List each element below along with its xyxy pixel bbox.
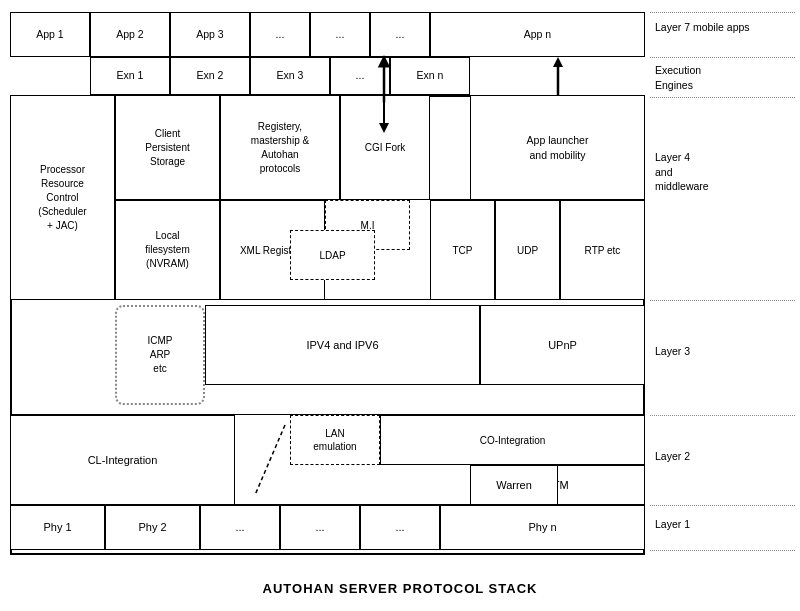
udp-label: UDP <box>517 244 538 257</box>
exn2-label: Exn 2 <box>197 69 224 83</box>
app2-label: App 2 <box>116 28 143 42</box>
exn-label-text: Execution Engines <box>655 64 701 91</box>
app-dots2-box: ... <box>310 12 370 57</box>
lan-emulation-label: LAN emulation <box>313 427 356 453</box>
diagram-title: AUTOHAN SERVER PROTOCOL STACK <box>263 581 538 596</box>
title-text: AUTOHAN SERVER PROTOCOL STACK <box>263 581 538 596</box>
layer7-label: Layer 7 mobile apps <box>655 20 795 35</box>
local-fs-label: Local filesystem (NVRAM) <box>145 229 189 271</box>
app-dots1-box: ... <box>250 12 310 57</box>
exn-label: Execution Engines <box>655 63 795 92</box>
layer1-label: Layer 1 <box>655 518 795 530</box>
icmp-label: ICMP ARP etc <box>148 334 173 376</box>
diagonal-line <box>245 415 295 509</box>
rtp-label: RTP etc <box>585 244 621 257</box>
lan-emulation-box: LAN emulation <box>290 415 380 465</box>
phyn-box: Phy n <box>440 505 645 550</box>
layer1-label-text: Layer 1 <box>655 518 690 530</box>
appn-box: App n <box>430 12 645 57</box>
ipv4v6-box: IPV4 and IPV6 <box>205 305 480 385</box>
client-storage-label: Client Persistent Storage <box>145 127 189 169</box>
upnp-box: UPnP <box>480 305 645 385</box>
cl-integration-label: CL-Integration <box>88 453 158 467</box>
phy1-box: Phy 1 <box>10 505 105 550</box>
phy-dots3-label: ... <box>395 520 404 534</box>
layer3-dotted-top <box>650 300 795 301</box>
processor-box: Processor Resource Control (Scheduler + … <box>10 95 115 300</box>
svg-marker-3 <box>379 123 389 133</box>
app-launcher-label: App launcher and mobility <box>527 133 589 162</box>
layer2-label-text: Layer 2 <box>655 450 690 462</box>
upnp-label: UPnP <box>548 338 577 352</box>
svg-line-6 <box>255 425 285 495</box>
layer3-label-text: Layer 3 <box>655 345 690 357</box>
rtp-box: RTP etc <box>560 200 645 300</box>
app-launcher-box: App launcher and mobility <box>470 95 645 200</box>
warren-box: Warren <box>470 465 558 505</box>
app-dots1-label: ... <box>276 28 285 42</box>
layer4-label-text: Layer 4 and middleware <box>655 151 709 192</box>
layer1-dotted-bottom <box>650 550 795 551</box>
exn-dots-label: ... <box>356 69 365 83</box>
client-storage-box: Client Persistent Storage <box>115 95 220 200</box>
layer3-label: Layer 3 <box>655 345 795 357</box>
registry-box: Registery, mastership & Autohan protocol… <box>220 95 340 200</box>
tcp-box: TCP <box>430 200 495 300</box>
exn3-label: Exn 3 <box>277 69 304 83</box>
phy-dots1-label: ... <box>235 520 244 534</box>
app1-label: App 1 <box>36 28 63 42</box>
phy2-box: Phy 2 <box>105 505 200 550</box>
layer7-label-text: Layer 7 mobile apps <box>655 21 750 33</box>
ipv4v6-label: IPV4 and IPV6 <box>306 338 378 352</box>
exn-dotted-top <box>650 57 795 58</box>
app-dots3-label: ... <box>396 28 405 42</box>
local-fs-box: Local filesystem (NVRAM) <box>115 200 220 300</box>
phy-dots1-box: ... <box>200 505 280 550</box>
app2-box: App 2 <box>90 12 170 57</box>
processor-label: Processor Resource Control (Scheduler + … <box>38 163 86 233</box>
phy2-label: Phy 2 <box>138 520 166 534</box>
layer2-label: Layer 2 <box>655 450 795 462</box>
phy1-label: Phy 1 <box>43 520 71 534</box>
exn1-label: Exn 1 <box>117 69 144 83</box>
cgi-fork-label: CGI Fork <box>365 141 406 154</box>
icmp-box: ICMP ARP etc <box>115 305 205 405</box>
tcp-label: TCP <box>453 244 473 257</box>
layer4-dotted-top <box>650 97 795 98</box>
phy-dots2-box: ... <box>280 505 360 550</box>
app3-box: App 3 <box>170 12 250 57</box>
exnn-box: Exn n <box>390 57 470 95</box>
layer2-dotted-top <box>650 415 795 416</box>
co-integration-box: CO-Integration <box>380 415 645 465</box>
app-dots3-box: ... <box>370 12 430 57</box>
phy-dots2-label: ... <box>315 520 324 534</box>
appn-label: App n <box>524 28 551 42</box>
arrow-appn <box>548 57 568 101</box>
ldap-box: LDAP <box>290 230 375 280</box>
app1-box: App 1 <box>10 12 90 57</box>
phyn-label: Phy n <box>528 520 556 534</box>
layer4-label: Layer 4 and middleware <box>655 150 795 194</box>
co-integration-label: CO-Integration <box>480 434 546 447</box>
svg-marker-1 <box>378 55 391 68</box>
exnn-label: Exn n <box>417 69 444 83</box>
svg-marker-5 <box>553 57 563 67</box>
app-dots2-label: ... <box>336 28 345 42</box>
udp-box: UDP <box>495 200 560 300</box>
layer1-dotted-top <box>650 505 795 506</box>
cl-integration-box: CL-Integration <box>10 415 235 505</box>
registry-label: Registery, mastership & Autohan protocol… <box>251 120 309 176</box>
phy-dots3-box: ... <box>360 505 440 550</box>
warren-label: Warren <box>496 478 532 492</box>
layer7-dotted-top <box>650 12 795 13</box>
exn2-box: Exn 2 <box>170 57 250 95</box>
ldap-label: LDAP <box>319 249 345 262</box>
app3-label: App 3 <box>196 28 223 42</box>
exn3-box: Exn 3 <box>250 57 330 95</box>
exn1-box: Exn 1 <box>90 57 170 95</box>
